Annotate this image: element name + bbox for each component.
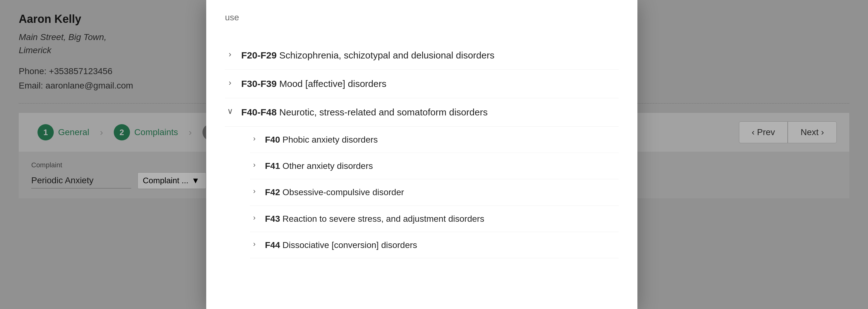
modal-overlay: use › F20-F29 Schizophrenia, schizotypal… [0, 0, 868, 309]
icd-subitem-f43[interactable]: › F43 Reaction to severe stress, and adj… [250, 206, 619, 232]
icd-item-f40-f48[interactable]: ∨ F40-F48 Neurotic, stress-related and s… [225, 98, 619, 127]
icd-subitem-f40[interactable]: › F40 Phobic anxiety disorders [250, 127, 619, 153]
chevron-f20-f29-icon: › [225, 49, 235, 59]
icd-label-f30-f39: F30-F39 Mood [affective] disorders [241, 77, 386, 90]
icd-item-f30-f39[interactable]: › F30-F39 Mood [affective] disorders [225, 70, 619, 98]
icd-sublabel-f43: F43 Reaction to severe stress, and adjus… [265, 213, 484, 225]
chevron-f40-icon: › [250, 134, 259, 143]
icd-label-f20-f29: F20-F29 Schizophrenia, schizotypal and d… [241, 49, 494, 62]
icd-sublabel-f42: F42 Obsessive-compulsive disorder [265, 186, 404, 198]
icd-sublabel-f41: F41 Other anxiety disorders [265, 160, 373, 172]
chevron-f40-f48-icon: ∨ [225, 106, 235, 116]
icd-modal: use › F20-F29 Schizophrenia, schizotypal… [206, 0, 638, 309]
icd-subitem-f41[interactable]: › F41 Other anxiety disorders [250, 153, 619, 179]
icd-subitem-f42[interactable]: › F42 Obsessive-compulsive disorder [250, 179, 619, 205]
icd-subitem-f44[interactable]: › F44 Dissociative [conversion] disorder… [250, 232, 619, 258]
modal-top-text: use [225, 12, 619, 29]
icd-sublabel-f40: F40 Phobic anxiety disorders [265, 134, 378, 146]
icd-label-f40-f48: F40-F48 Neurotic, stress-related and som… [241, 106, 488, 119]
icd-sublabel-f44: F44 Dissociative [conversion] disorders [265, 239, 417, 251]
chevron-f43-icon: › [250, 213, 259, 222]
icd-subitems-f40-f48: › F40 Phobic anxiety disorders › F41 Oth… [225, 127, 619, 258]
icd-item-f20-f29[interactable]: › F20-F29 Schizophrenia, schizotypal and… [225, 41, 619, 70]
chevron-f44-icon: › [250, 240, 259, 248]
chevron-f41-icon: › [250, 161, 259, 169]
chevron-f30-f39-icon: › [225, 78, 235, 88]
modal-content[interactable]: use › F20-F29 Schizophrenia, schizotypal… [206, 0, 638, 309]
chevron-f42-icon: › [250, 187, 259, 195]
